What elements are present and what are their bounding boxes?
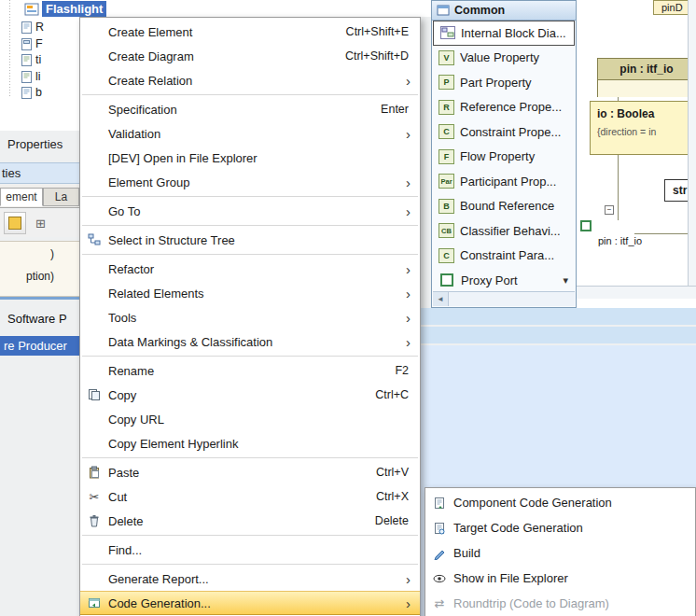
- menu-item-copy-url[interactable]: Copy URL: [80, 407, 420, 431]
- tab-element[interactable]: ement: [0, 188, 43, 206]
- menu-item-data-markings-classification[interactable]: Data Markings & Classification ›: [80, 329, 420, 354]
- menu-item-copy-element-hyperlink[interactable]: Copy Element Hyperlink: [80, 431, 420, 455]
- toolbox-item-proxy-port[interactable]: Proxy Port ▾: [432, 268, 576, 293]
- diagram-horizontal-scrollbar[interactable]: [577, 286, 696, 299]
- dropdown-arrow-icon[interactable]: ▾: [563, 274, 572, 287]
- scroll-left-button[interactable]: ◄: [433, 292, 449, 306]
- toolbox-horizontal-scrollbar[interactable]: ◄: [433, 291, 575, 306]
- menu-item-tools[interactable]: Tools ›: [80, 305, 420, 329]
- submenu-item-show-in-file-explorer[interactable]: Show in File Explorer: [425, 566, 695, 591]
- menu-item-cut[interactable]: ✂ Cut Ctrl+X: [80, 484, 420, 509]
- menu-item-element-group[interactable]: Element Group ›: [80, 170, 420, 194]
- constraint-property-icon: C: [438, 124, 454, 139]
- properties-tab-label: ties: [0, 166, 21, 180]
- proxy-port-shape[interactable]: [580, 220, 592, 231]
- menu-item-paste[interactable]: Paste Ctrl+V: [80, 460, 420, 484]
- menu-item-label: Paste: [108, 466, 376, 480]
- toolbox-item-value-property[interactable]: V Value Property: [432, 46, 576, 71]
- diagram-block-body[interactable]: [597, 80, 696, 97]
- diagram-note[interactable]: io : Boolea {direction = in: [590, 101, 696, 155]
- menu-item-label: Delete: [108, 514, 375, 528]
- toolbox-item-internal-block-diagram[interactable]: Internal Block Dia...: [433, 21, 575, 46]
- submenu-item-component-code-generation[interactable]: Component Code Generation: [425, 490, 695, 515]
- submenu-arrow-icon: ›: [406, 572, 420, 586]
- menu-separator: [82, 254, 418, 255]
- submenu-item-label: Component Code Generation: [453, 496, 612, 510]
- submenu-item-target-code-generation[interactable]: Target Code Generation: [425, 515, 695, 540]
- tree-item-partial-5[interactable]: b: [21, 86, 42, 99]
- toolbox-item-bound-reference[interactable]: B Bound Reference: [432, 194, 576, 219]
- menu-item-specification[interactable]: Specification Enter: [80, 97, 420, 121]
- menu-item-validation[interactable]: Validation ›: [80, 121, 420, 146]
- tree-item-flashlight[interactable]: Flashlight: [24, 1, 106, 17]
- menu-item-generate-report[interactable]: Generate Report... ›: [80, 567, 420, 591]
- toolbox-item-label: Reference Prope...: [460, 100, 562, 114]
- menu-item-copy[interactable]: Copy Ctrl+C: [80, 383, 420, 407]
- menu-item-delete[interactable]: Delete Delete: [80, 509, 420, 533]
- menu-item-rename[interactable]: Rename F2: [80, 358, 420, 383]
- diagram-canvas[interactable]: pinD pin : itf_io io : Boolea {direction…: [577, 0, 696, 308]
- tree-item-partial-4[interactable]: li: [21, 70, 41, 83]
- show-in-file-explorer-icon: [425, 572, 453, 585]
- collapse-toggle-icon[interactable]: −: [605, 205, 614, 215]
- element-icon: [21, 38, 33, 50]
- element-icon: [21, 71, 33, 83]
- diagram-vertical-scrollbar[interactable]: [688, 0, 696, 286]
- menu-item-related-elements[interactable]: Related Elements ›: [80, 281, 420, 305]
- diagram-toolbox-panel: Common Internal Block Dia... V Value Pro…: [431, 0, 577, 308]
- tree-item-partial-1[interactable]: R: [21, 21, 44, 34]
- build-icon: [425, 547, 453, 560]
- menu-item-label: Create Element: [108, 25, 346, 39]
- internal-block-diagram-icon: [440, 26, 455, 39]
- toolbox-item-participant-property[interactable]: Par Participant Prop...: [432, 169, 576, 194]
- selected-row-producer[interactable]: re Producer: [0, 336, 79, 356]
- note-tool-button[interactable]: [4, 212, 26, 234]
- menu-item-code-generation[interactable]: Code Generation... ›: [80, 591, 420, 615]
- menu-item-select-in-structure-tree[interactable]: Select in Structure Tree: [80, 228, 420, 252]
- tree-item-label: F: [35, 37, 43, 50]
- menu-item-create-element[interactable]: Create Element Ctrl+Shift+E: [80, 20, 420, 44]
- menu-item-label: Copy: [108, 388, 375, 402]
- part-property-icon: P: [438, 75, 454, 90]
- toolbox-item-label: Constraint Para...: [460, 248, 554, 262]
- menu-item-shortcut: Ctrl+V: [376, 466, 420, 479]
- menu-separator: [82, 196, 418, 197]
- toolbox-item-flow-property[interactable]: F Flow Property: [432, 145, 576, 170]
- menu-item-go-to[interactable]: Go To ›: [80, 199, 420, 223]
- toolbox-item-reference-property[interactable]: R Reference Prope...: [432, 95, 576, 120]
- roundtrip-icon: ⇄: [425, 597, 453, 609]
- selected-row-label: re Producer: [4, 339, 67, 353]
- menu-item-label: Code Generation...: [108, 596, 406, 610]
- tab-language[interactable]: La: [43, 188, 79, 206]
- reference-property-icon: R: [438, 100, 454, 115]
- diagram-icon: [24, 3, 39, 16]
- flow-property-icon: F: [438, 149, 454, 164]
- properties-tab-fragment[interactable]: ties: [0, 162, 79, 184]
- toolbox-item-classifier-behavior[interactable]: CB Classifier Behavi...: [432, 218, 576, 244]
- submenu-item-roundtrip[interactable]: ⇄ Roundtrip (Code to Diagram): [425, 591, 695, 616]
- menu-item-create-diagram[interactable]: Create Diagram Ctrl+Shift+D: [80, 44, 420, 68]
- diagram-block-header[interactable]: pin : itf_io: [597, 58, 696, 80]
- toolbox-header-common[interactable]: Common: [432, 1, 576, 21]
- toolbox-item-label: Bound Reference: [460, 199, 554, 213]
- menu-item-label: Create Relation: [108, 74, 406, 88]
- code-generation-submenu: Component Code Generation Target Code Ge…: [425, 487, 696, 616]
- properties-value-pane: ) ption): [0, 241, 79, 297]
- menu-item-label: Copy URL: [108, 413, 420, 427]
- menu-item-label: Generate Report...: [108, 572, 406, 586]
- menu-item-dev-open-in-file-explorer[interactable]: [DEV] Open in File Explorer: [80, 146, 420, 170]
- tree-item-partial-3[interactable]: ti: [21, 53, 41, 66]
- delete-icon: [80, 514, 108, 527]
- tree-item-partial-2[interactable]: F: [21, 37, 43, 50]
- grid-icon[interactable]: ⊞: [35, 217, 46, 230]
- submenu-item-label: Target Code Generation: [453, 521, 583, 535]
- toolbox-item-part-property[interactable]: P Part Property: [432, 70, 576, 95]
- tree-item-label: R: [35, 21, 44, 34]
- menu-item-find[interactable]: Find...: [80, 538, 420, 562]
- toolbox-item-constraint-property[interactable]: C Constraint Prope...: [432, 119, 576, 145]
- toolbox-item-constraint-parameter[interactable]: C Constraint Para...: [432, 244, 576, 269]
- application-window: Flashlight R F ti li b Properties ties e…: [0, 0, 696, 616]
- menu-item-create-relation[interactable]: Create Relation ›: [80, 68, 420, 92]
- submenu-item-build[interactable]: Build: [425, 540, 695, 566]
- menu-item-refactor[interactable]: Refactor ›: [80, 257, 420, 281]
